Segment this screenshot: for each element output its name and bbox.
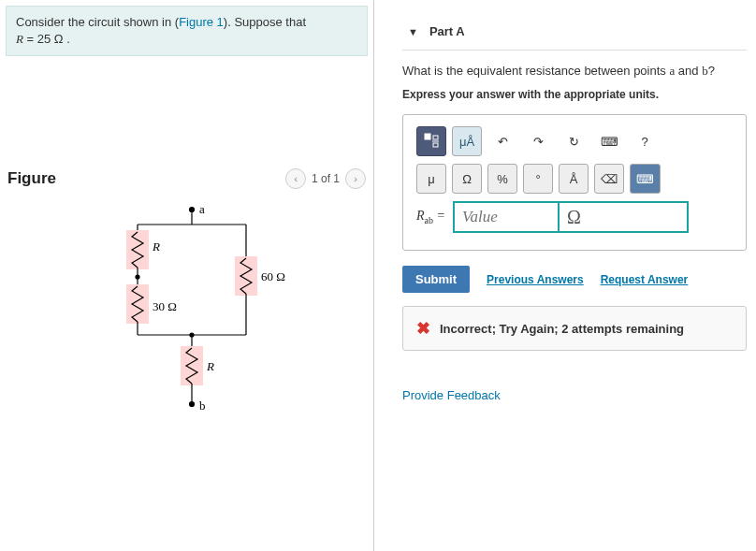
degree-button[interactable]: ° [523, 164, 553, 194]
keyboard-icon: ⌨ [601, 135, 618, 149]
label-r1: R [152, 239, 160, 254]
svg-point-17 [189, 402, 194, 407]
figure-page-indicator: 1 of 1 [312, 172, 340, 185]
mu-button[interactable]: μ [416, 164, 446, 194]
keyboard-button[interactable]: ⌨ [594, 126, 624, 156]
feedback-text: Incorrect; Try Again; 2 attempts remaini… [440, 322, 684, 336]
question-text: What is the equivalent resistance betwee… [402, 64, 747, 79]
label-a: a [199, 204, 205, 216]
part-header[interactable]: ▼ Part A [402, 9, 747, 51]
prompt-text-pre: Consider the circuit shown in ( [16, 15, 179, 29]
label-r4: R [206, 359, 214, 373]
svg-rect-15 [181, 346, 203, 385]
percent-button[interactable]: % [487, 164, 517, 194]
svg-rect-19 [425, 134, 430, 139]
units-button[interactable]: μÅ [452, 126, 482, 156]
svg-rect-4 [126, 230, 149, 269]
backspace-button[interactable]: ⌫ [594, 164, 624, 194]
angstrom-button[interactable]: Å [559, 164, 589, 194]
circuit-diagram: a b R 30 Ω 60 Ω R [89, 204, 285, 419]
answer-variable: Rab = [416, 209, 445, 225]
keyboard2-button[interactable]: ⌨ [630, 164, 661, 194]
equation-lhs: R [16, 32, 23, 46]
figure-link[interactable]: Figure 1 [179, 15, 224, 29]
svg-point-18 [190, 333, 194, 337]
part-title: Part A [429, 24, 465, 38]
svg-rect-20 [433, 136, 438, 139]
label-b: b [199, 399, 206, 413]
omega-button[interactable]: Ω [452, 164, 482, 194]
figure-pager: ‹ 1 of 1 › [285, 168, 366, 189]
problem-prompt: Consider the circuit shown in (Figure 1)… [6, 6, 368, 56]
previous-answers-link[interactable]: Previous Answers [487, 273, 584, 286]
request-answer-link[interactable]: Request Answer [601, 273, 689, 286]
feedback-box: ✖ Incorrect; Try Again; 2 attempts remai… [402, 306, 747, 351]
help-button[interactable]: ? [630, 126, 660, 156]
templates-button[interactable] [416, 126, 446, 156]
figure-prev-button[interactable]: ‹ [285, 168, 306, 189]
answer-instructions: Express your answer with the appropriate… [402, 88, 747, 101]
collapse-icon: ▼ [408, 26, 418, 37]
submit-button[interactable]: Submit [402, 266, 470, 293]
undo-button[interactable]: ↶ [487, 126, 517, 156]
svg-rect-11 [235, 256, 257, 296]
answer-unit-box[interactable]: Ω [558, 201, 689, 233]
reset-button[interactable]: ↻ [559, 126, 589, 156]
svg-rect-22 [433, 143, 438, 147]
answer-value-input[interactable] [453, 201, 558, 233]
label-r3: 60 Ω [261, 269, 285, 283]
prompt-text-post: ). Suppose that [224, 15, 306, 29]
provide-feedback-link[interactable]: Provide Feedback [402, 388, 501, 402]
redo-button[interactable]: ↷ [523, 126, 553, 156]
fraction-template-icon [423, 133, 440, 150]
svg-rect-8 [126, 284, 149, 324]
figure-title: Figure [7, 169, 56, 188]
equation-rhs: = 25 Ω . [23, 32, 70, 46]
figure-next-button[interactable]: › [345, 168, 366, 189]
answer-box: μÅ ↶ ↷ ↻ ⌨ ? μ Ω % ° Å ⌫ ⌨ Rab = Ω [402, 114, 747, 251]
svg-point-0 [189, 208, 194, 212]
incorrect-icon: ✖ [416, 318, 430, 339]
label-r2: 30 Ω [153, 299, 177, 313]
